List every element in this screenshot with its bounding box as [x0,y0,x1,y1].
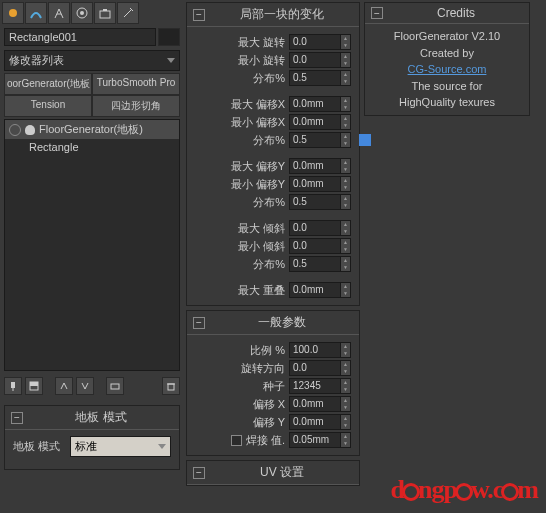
delete-modifier-icon[interactable] [162,377,180,395]
min-offsety-label: 最小 偏移Y [231,177,285,192]
max-tilt-spinner[interactable]: 0.0 [289,220,351,236]
color-swatch[interactable] [158,28,180,46]
svg-point-0 [9,9,17,17]
chevron-down-icon [167,58,175,63]
credits-version: FloorGenerator V2.10 [369,28,525,45]
min-rotation-spinner[interactable]: 0.0 [289,52,351,68]
weld-checkbox[interactable] [231,435,242,446]
dist2-label: 分布% [253,133,285,148]
floor-mode-value: 标准 [75,439,97,454]
lock-icon[interactable] [359,134,371,146]
max-offsetx-spinner[interactable]: 0.0mm [289,96,351,112]
min-offsetx-spinner[interactable]: 0.0mm [289,114,351,130]
seed-label: 种子 [263,379,285,394]
tool-circle-icon[interactable] [71,2,93,24]
make-unique-icon[interactable] [55,377,73,395]
min-offsetx-label: 最小 偏移X [231,115,285,130]
credits-createdby: Created by [369,45,525,62]
top-toolbar [0,0,184,26]
dist1-spinner[interactable]: 0.5 [289,70,351,86]
seed-spinner[interactable]: 12345 [289,378,351,394]
offsetx-label: 偏移 X [253,397,285,412]
collapse-floor-mode-icon[interactable]: − [11,412,23,424]
local-section-title: 局部一块的变化 [211,6,353,23]
floor-mode-title: 地板 模式 [29,409,173,426]
tool-measure-icon[interactable] [48,2,70,24]
max-offsetx-label: 最大 偏移X [231,97,285,112]
tool-arc-icon[interactable] [25,2,47,24]
svg-rect-4 [103,9,107,11]
tree-item-rectangle[interactable]: Rectangle [5,139,179,155]
tree-item-label: Rectangle [29,141,79,153]
credits-title: Credits [389,6,523,20]
uv-section-title: UV 设置 [211,464,353,481]
max-overlap-label: 最大 重叠 [238,283,285,298]
chevron-down-icon [158,444,166,449]
tool-sun-icon[interactable] [2,2,24,24]
floor-mode-label: 地板 模式 [13,439,60,454]
offsetx-spinner[interactable]: 0.0mm [289,396,351,412]
min-tilt-spinner[interactable]: 0.0 [289,238,351,254]
svg-rect-3 [100,11,110,18]
svg-rect-5 [11,382,15,388]
tree-item-label: FloorGenerator(地板) [39,122,143,137]
dist2-spinner[interactable]: 0.5 [289,132,351,148]
tool-camera-icon[interactable] [94,2,116,24]
configure-sets-icon[interactable] [106,377,124,395]
max-rotation-spinner[interactable]: 0.0 [289,34,351,50]
weld-label: 焊接 值. [246,433,285,448]
svg-point-2 [80,11,84,15]
collapse-credits-icon[interactable]: − [371,7,383,19]
modifier-list-dropdown[interactable]: 修改器列表 [4,50,180,71]
bulb-icon[interactable] [25,125,35,135]
dist1-label: 分布% [253,71,285,86]
general-section-title: 一般参数 [211,314,353,331]
floor-mode-dropdown[interactable]: 标准 [70,436,171,457]
dist3-spinner[interactable]: 0.5 [289,194,351,210]
modifier-list-label: 修改器列表 [9,53,64,68]
scale-label: 比例 % [250,343,285,358]
tool-wand-icon[interactable] [117,2,139,24]
dist4-label: 分布% [253,257,285,272]
collapse-uv-section-icon[interactable]: − [193,467,205,479]
credits-tagline2: HighQuality texures [369,94,525,111]
offsety-label: 偏移 Y [253,415,285,430]
stack-toolbar [0,373,184,399]
svg-rect-7 [30,382,38,386]
show-result-icon[interactable] [25,377,43,395]
tab-turbosmooth[interactable]: TurboSmooth Pro [92,73,180,95]
max-offsety-spinner[interactable]: 0.0mm [289,158,351,174]
pin-stack-icon[interactable] [4,377,22,395]
credits-tagline1: The source for [369,78,525,95]
min-offsety-spinner[interactable]: 0.0mm [289,176,351,192]
remove-modifier-icon[interactable] [76,377,94,395]
max-tilt-label: 最大 倾斜 [238,221,285,236]
svg-rect-9 [168,384,174,390]
rotdir-spinner[interactable]: 0.0 [289,360,351,376]
min-rotation-label: 最小 旋转 [238,53,285,68]
offsety-spinner[interactable]: 0.0mm [289,414,351,430]
tab-floorgenerator[interactable]: oorGenerator(地板 [4,73,92,95]
scale-spinner[interactable]: 100.0 [289,342,351,358]
collapse-general-section-icon[interactable]: − [193,317,205,329]
credits-link[interactable]: CG-Source.com [369,61,525,78]
rotdir-label: 旋转方向 [241,361,285,376]
svg-rect-8 [111,384,119,389]
max-overlap-spinner[interactable]: 0.0mm [289,282,351,298]
modifier-stack-tree[interactable]: FloorGenerator(地板) Rectangle [4,119,180,371]
min-tilt-label: 最小 倾斜 [238,239,285,254]
tab-quadchamfer[interactable]: 四边形切角 [92,95,180,117]
tree-item-floorgenerator[interactable]: FloorGenerator(地板) [5,120,179,139]
dist3-label: 分布% [253,195,285,210]
weld-spinner[interactable]: 0.05mm [289,432,351,448]
object-name-input[interactable] [4,28,156,46]
tab-tension[interactable]: Tension [4,95,92,117]
dist4-spinner[interactable]: 0.5 [289,256,351,272]
max-offsety-label: 最大 偏移Y [231,159,285,174]
visibility-icon[interactable] [9,124,21,136]
max-rotation-label: 最大 旋转 [238,35,285,50]
collapse-local-section-icon[interactable]: − [193,9,205,21]
